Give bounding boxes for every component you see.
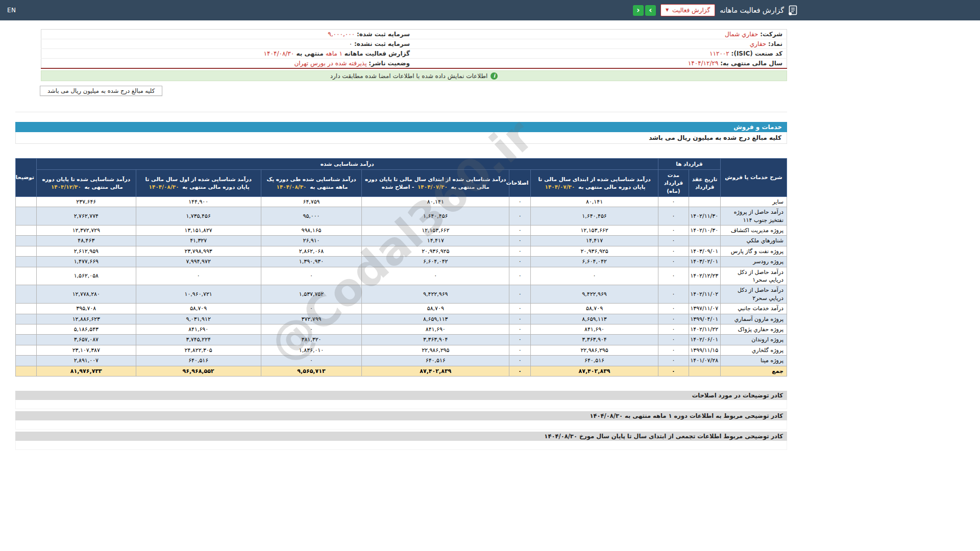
company-info-row: نماد: حفاريسرمایه ثبت نشده: ۰ [41, 39, 787, 49]
cell-revenue-to-0730-corrected: ۲۲,۹۸۶,۲۹۵ [362, 345, 509, 355]
cell-revenue-to-0730: ۸۰,۱۴۱ [531, 196, 658, 207]
monthly-note-body [15, 420, 787, 430]
cell-revenue-month: ۱,۵۳۷,۷۵۲ [261, 285, 362, 304]
cell-description: پروژه گلخاري [721, 345, 787, 355]
cell-notes [16, 356, 37, 366]
cell-revenue-to-0730-corrected: ۲۰,۹۳۶,۹۲۵ [362, 246, 509, 256]
info-value: ۰ [349, 40, 354, 47]
cell-contract-date: ۱۴۰۱/۰۷/۲۸ [689, 356, 721, 366]
cell-revenue-to-0730-corrected: ۸۰,۱۴۱ [362, 196, 509, 207]
cell-revenue-prev-year: ۲۳۷,۶۴۶ [36, 196, 136, 207]
language-toggle-en[interactable]: EN [7, 7, 16, 14]
col-header-revenue-to-0730: درآمد شناسایی شده از ابتدای سال مالی تا … [531, 170, 658, 197]
total-row: جمع۰۸۷,۴۰۲,۸۳۹۰۸۷,۴۰۲,۸۳۹۹,۵۶۵,۷۱۳۹۶,۹۶۸… [16, 366, 787, 376]
cell-revenue-ytd: ۱,۷۳۵,۴۵۶ [136, 207, 261, 226]
cell-revenue-ytd: ۵۸,۷۰۹ [136, 304, 261, 314]
cell-revenue-prev-year: ۸۱,۹۷۶,۷۳۳ [36, 366, 136, 376]
cell-description: پروژه نفت و گاز پارس [721, 246, 787, 256]
table-row: درآمد حاصل از دكل دريايي سحر۲۱۴۰۲/۱۱/۰۲۰… [16, 285, 787, 304]
info-value: ۱۴۰۴/۱۲/۲۹ [688, 60, 720, 67]
cell-revenue-prev-year: ۳,۶۵۷,۰۸۷ [36, 335, 136, 345]
cell-revenue-to-0730: ۸,۶۵۹,۱۱۳ [531, 314, 658, 324]
col-header-description: شرح خدمات یا فروش [721, 159, 787, 197]
cell-contract-duration: ۰ [658, 236, 689, 246]
cell-revenue-to-0730-corrected: ۱۲,۱۵۳,۶۶۲ [362, 226, 509, 236]
cell-contract-duration: ۰ [658, 314, 689, 324]
info-value: ۹,۰۰۰,۰۰۰ [328, 31, 357, 38]
cell-revenue-prev-year: ۲,۶۱۲,۹۵۹ [36, 246, 136, 256]
info-label: سرمایه ثبت نشده: [354, 40, 410, 47]
cell-revenue-to-0730: ۶,۶۰۴,۰۴۲ [531, 257, 658, 267]
cell-notes [16, 257, 37, 267]
table-row: شناورهاي ملكي۰۱۴,۴۱۷۰۱۴,۴۱۷۲۶,۹۱۰۴۱,۳۲۷۴… [16, 236, 787, 246]
cell-notes [16, 196, 37, 207]
table-row: پروژه رودسر۱۴۰۳/۰۲/۰۱۰۶,۶۰۴,۰۴۲۰۶,۶۰۴,۰۴… [16, 257, 787, 267]
cell-revenue-prev-year: ۲,۸۹۱,۰۰۷ [36, 356, 136, 366]
cell-notes [16, 267, 37, 285]
cell-revenue-ytd: ۱۰,۹۶۰,۷۲۱ [136, 285, 261, 304]
cell-revenue-prev-year: ۵,۱۸۶,۵۴۳ [36, 324, 136, 334]
cell-revenue-month: ۰ [261, 304, 362, 314]
cell-description: شناورهاي ملكي [721, 236, 787, 246]
cell-revenue-ytd: ۰ [136, 267, 261, 285]
section-title-bar: خدمات و فروش [15, 122, 787, 132]
header-date: ۱۴۰۳/۱۲/۳۰ [51, 184, 81, 190]
cell-contract-date [689, 366, 721, 376]
cell-contract-date: ۱۴۰۲/۱۱/۰۲ [689, 285, 721, 304]
cell-revenue-prev-year: ۱۲,۷۷۸,۲۸۰ [36, 285, 136, 304]
next-report-button[interactable]: › [645, 5, 656, 16]
cell-notes [16, 304, 37, 314]
cell-revenue-month: ۳۸۱,۳۲۰ [261, 335, 362, 345]
info-label: وضعیت ناشر: [369, 60, 410, 67]
cell-contract-date: ۱۳۹۹/۰۴/۰۱ [689, 314, 721, 324]
col-header-notes: توضیحات [16, 159, 37, 197]
prev-report-button[interactable]: ‹ [633, 5, 644, 16]
table-row: پروژه مارون آسماري۱۳۹۹/۰۴/۰۱۰۸,۶۵۹,۱۱۳۰۸… [16, 314, 787, 324]
report-type-dropdown[interactable]: گزارش فعالیت ▼ [660, 4, 715, 16]
header-date: ۱۴۰۴/۰۸/۳۰ [277, 184, 307, 190]
info-value: ۱۱۲۰۰۲ [709, 50, 731, 57]
table-row: پروژه مینا۱۴۰۱/۰۷/۲۸۰۶۴۰,۵۱۶۰۶۴۰,۵۱۶۰۶۴۰… [16, 356, 787, 366]
info-value: حفاري [750, 40, 768, 47]
cell-description: پروژه مدیریت اکتشاف [721, 226, 787, 236]
col-header-contract-date: تاریخ عقد قرارداد [689, 170, 721, 197]
cumulative-note-body [15, 441, 787, 450]
cell-revenue-to-0730: ۱۴,۴۱۷ [531, 236, 658, 246]
cell-contract-duration: ۰ [658, 207, 689, 226]
cell-corrections: ۰ [509, 345, 531, 355]
header-date: ۱۴۰۴/۰۷/۳۰ [545, 184, 575, 190]
company-link[interactable]: حفاري شمال [725, 31, 760, 38]
cell-description: پروژه مینا [721, 356, 787, 366]
cell-revenue-to-0730-corrected: ۸۴۱,۶۹۰ [362, 324, 509, 334]
cell-revenue-to-0730: ۳,۳۶۳,۹۰۴ [531, 335, 658, 345]
cell-contract-date: ۱۴۰۲/۰۶/۰۱ [689, 335, 721, 345]
cell-corrections: ۰ [509, 356, 531, 366]
info-label: کد صنعت (ISIC): [731, 50, 782, 57]
cell-contract-duration: ۰ [658, 345, 689, 355]
cell-contract-duration: ۰ [658, 304, 689, 314]
cell-description: پروژه حفاري پژواک [721, 324, 787, 334]
table-row: پروژه نفت و گاز پارس۱۴۰۳/۰۹/۰۱۰۲۰,۹۳۶,۹۲… [16, 246, 787, 256]
company-info-row: شرکت: حفاري شمالسرمایه ثبت شده: ۹,۰۰۰,۰۰… [41, 30, 787, 39]
cell-revenue-prev-year: ۳۹۵,۷۰۸ [36, 304, 136, 314]
col-group-contracts: قرارداد ها [658, 159, 720, 170]
cell-revenue-month: ۱,۸۳۶,۰۱۰ [261, 345, 362, 355]
cell-revenue-to-0730-corrected: ۸۷,۴۰۲,۸۳۹ [362, 366, 509, 376]
col-header-corrections: اصلاحات [509, 170, 531, 197]
cell-revenue-month: ۲۶,۹۱۰ [261, 236, 362, 246]
cell-revenue-to-0730: ۶۴۰,۵۱۶ [531, 356, 658, 366]
cell-revenue-ytd: ۸۴۱,۶۹۰ [136, 324, 261, 334]
cell-revenue-to-0730-corrected: ۳,۳۶۳,۹۰۴ [362, 335, 509, 345]
company-info-cell: وضعیت ناشر: پذیرفته شده در بورس تهران [41, 59, 414, 69]
company-info-cell: شرکت: حفاري شمال [414, 30, 787, 39]
million-rial-note: کلیه مبالغ درج شده به میلیون ریال می باش… [40, 86, 162, 96]
cell-revenue-to-0730-corrected: ۱,۶۴۰,۴۵۶ [362, 207, 509, 226]
cell-revenue-prev-year: ۱۲,۸۸۶,۶۲۳ [36, 314, 136, 324]
info-label: نماد: [768, 40, 782, 47]
col-header-revenue-prev-year: درآمد شناسایی شده تا پایان دوره مالی منت… [36, 170, 136, 197]
cell-revenue-to-0730-corrected: ۰ [362, 267, 509, 285]
cell-revenue-ytd: ۱۳,۱۵۱,۸۲۷ [136, 226, 261, 236]
cell-revenue-prev-year: ۱,۵۶۲,۰۵۸ [36, 267, 136, 285]
sales-table: شرح خدمات یا فروش قرارداد ها درآمد شناسا… [15, 158, 787, 377]
cell-description: پروژه مارون آسماري [721, 314, 787, 324]
